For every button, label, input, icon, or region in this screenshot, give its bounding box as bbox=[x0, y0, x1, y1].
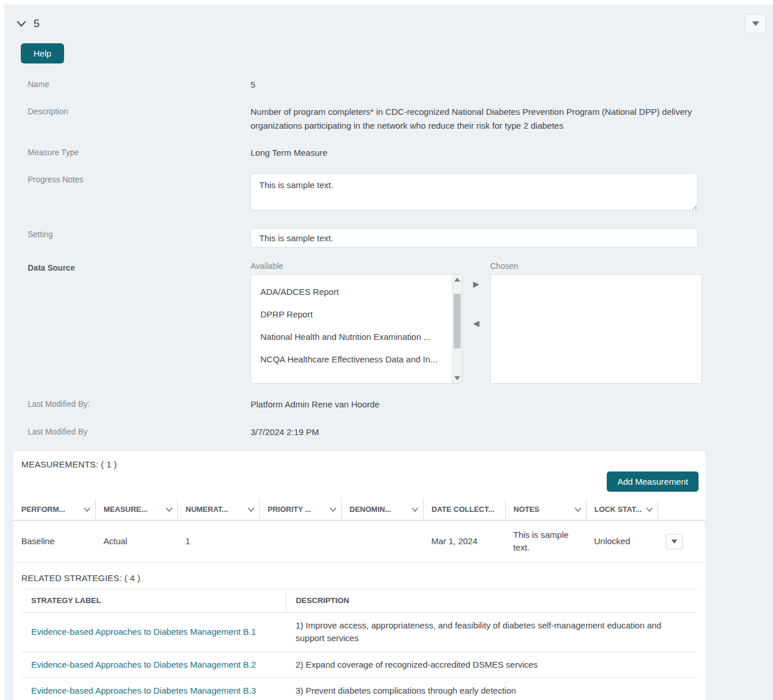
data-source-duallist: Available ADA/ADCES Report DPRP Report N… bbox=[251, 261, 702, 384]
col-strategy-label: STRATEGY LABEL bbox=[21, 589, 286, 612]
move-right-icon[interactable]: ▶ bbox=[471, 278, 482, 290]
col-measure[interactable]: MEASURE... bbox=[95, 499, 177, 521]
available-column: Available ADA/ADCES Report DPRP Report N… bbox=[251, 261, 462, 384]
related-strategies-table: STRATEGY LABEL DESCRIPTION Evidence-base… bbox=[21, 589, 697, 700]
cell-performance: Baseline bbox=[13, 521, 95, 563]
col-numerator[interactable]: NUMERAT... bbox=[177, 499, 259, 521]
measurements-table: PERFORM... MEASURE... NUMERAT... PRIORIT… bbox=[13, 499, 705, 563]
strategies-header-row: STRATEGY LABEL DESCRIPTION bbox=[21, 589, 697, 612]
description-value: Number of program completers* in CDC-rec… bbox=[251, 105, 698, 132]
strategy-link[interactable]: Evidence-based Approaches to Diabetes Ma… bbox=[31, 686, 256, 695]
chevron-down-icon[interactable] bbox=[574, 505, 581, 514]
col-denominator[interactable]: DENOMIN... bbox=[341, 499, 423, 521]
form-row-last-modified-date: Last Modified By 3/7/2024 2:19 PM bbox=[5, 425, 773, 439]
strategy-row: Evidence-based Approaches to Diabetes Ma… bbox=[21, 652, 697, 678]
cell-numerator: 1 bbox=[177, 521, 259, 563]
collapse-chevron-icon[interactable] bbox=[16, 20, 27, 27]
setting-input[interactable] bbox=[251, 228, 698, 248]
strategy-description: 2) Expand coverage of recognized-accredi… bbox=[286, 652, 697, 678]
available-option[interactable]: NCQA Healthcare Effectiveness Data and I… bbox=[251, 348, 462, 370]
cell-lock-status: Unlocked bbox=[586, 521, 658, 563]
cell-date-collected: Mar 1, 2024 bbox=[423, 521, 505, 563]
form-row-setting: Setting bbox=[5, 228, 773, 248]
scroll-down-icon[interactable] bbox=[453, 373, 462, 383]
col-priority[interactable]: PRIORITY ... bbox=[259, 499, 341, 521]
progress-notes-label: Progress Notes bbox=[28, 173, 251, 214]
form-row-data-source: Data Source Available ADA/ADCES Report D… bbox=[5, 261, 773, 384]
measurements-section-title: MEASUREMENTS: ( 1 ) bbox=[13, 451, 705, 469]
description-label: Description bbox=[28, 105, 251, 132]
last-modified-by-label: Last Modified By: bbox=[28, 398, 251, 411]
page-header: 5 bbox=[5, 5, 773, 33]
available-scrollbar[interactable] bbox=[452, 275, 462, 383]
page-title: 5 bbox=[33, 17, 40, 30]
measure-form: Name 5 Description Number of program com… bbox=[5, 78, 773, 439]
chosen-column: Chosen bbox=[490, 261, 702, 384]
strategy-description: 1) Improve access, appropriateness, and … bbox=[286, 612, 697, 652]
cell-measure: Actual bbox=[95, 521, 177, 563]
strategy-description: 3) Prevent diabetes complications throug… bbox=[286, 678, 697, 700]
header-actions-dropdown-button[interactable] bbox=[745, 14, 766, 33]
measurement-row: Baseline Actual 1 Mar 1, 2024 This is sa… bbox=[13, 521, 705, 563]
add-measurement-button[interactable]: Add Measurement bbox=[607, 471, 699, 492]
col-actions bbox=[658, 499, 705, 521]
measurements-panel: MEASUREMENTS: ( 1 ) Add Measurement PERF… bbox=[13, 451, 706, 700]
last-modified-date-value: 3/7/2024 2:19 PM bbox=[251, 425, 698, 439]
chevron-down-icon[interactable] bbox=[84, 505, 91, 514]
strategy-link[interactable]: Evidence-based Approaches to Diabetes Ma… bbox=[31, 660, 256, 669]
move-arrows: ▶ ◀ bbox=[462, 261, 490, 384]
col-lock-status[interactable]: LOCK STAT... bbox=[586, 499, 658, 521]
available-option[interactable]: ADA/ADCES Report bbox=[251, 280, 462, 303]
chevron-down-icon[interactable] bbox=[166, 505, 173, 514]
name-label: Name bbox=[28, 78, 251, 91]
col-notes[interactable]: NOTES bbox=[505, 499, 586, 521]
last-modified-by-value: Platform Admin Rene van Hoorde bbox=[251, 398, 698, 411]
measure-detail-page: 5 Help Name 5 Description Number of prog… bbox=[5, 5, 773, 700]
chevron-down-icon[interactable] bbox=[330, 505, 337, 514]
form-row-progress-notes: Progress Notes This is sample text. bbox=[5, 173, 773, 214]
strategy-link[interactable]: Evidence-based Approaches to Diabetes Ma… bbox=[31, 627, 256, 637]
caret-down-icon bbox=[752, 21, 759, 26]
available-option[interactable]: National Health and Nutrition Examinatio… bbox=[251, 325, 462, 348]
form-row-last-modified-by: Last Modified By: Platform Admin Rene va… bbox=[5, 398, 773, 411]
measurements-header-row: PERFORM... MEASURE... NUMERAT... PRIORIT… bbox=[13, 499, 705, 521]
chosen-label: Chosen bbox=[490, 261, 702, 271]
cell-notes: This is sample text. bbox=[505, 521, 586, 563]
add-measurement-row: Add Measurement bbox=[13, 471, 705, 492]
col-performance[interactable]: PERFORM... bbox=[13, 499, 95, 521]
chevron-down-icon[interactable] bbox=[412, 505, 419, 514]
scrollbar-thumb[interactable] bbox=[454, 294, 461, 349]
available-listbox[interactable]: ADA/ADCES Report DPRP Report National He… bbox=[251, 274, 462, 384]
chevron-down-icon[interactable] bbox=[646, 505, 653, 514]
setting-label: Setting bbox=[28, 228, 251, 248]
available-options: ADA/ADCES Report DPRP Report National He… bbox=[251, 275, 462, 376]
strategy-row: Evidence-based Approaches to Diabetes Ma… bbox=[21, 678, 697, 700]
available-label: Available bbox=[251, 261, 462, 271]
form-row-measure-type: Measure Type Long Term Measure bbox=[5, 146, 773, 159]
measure-type-label: Measure Type bbox=[28, 146, 251, 159]
help-button[interactable]: Help bbox=[21, 43, 64, 63]
name-value: 5 bbox=[251, 78, 698, 91]
col-description: DESCRIPTION bbox=[286, 589, 697, 612]
related-strategies-table-wrap: STRATEGY LABEL DESCRIPTION Evidence-base… bbox=[21, 589, 697, 700]
caret-down-icon bbox=[671, 540, 677, 544]
col-date-collected[interactable]: DATE COLLECT... bbox=[423, 499, 505, 521]
cell-actions bbox=[658, 521, 705, 563]
chevron-down-icon[interactable] bbox=[248, 505, 255, 514]
available-option[interactable]: DPRP Report bbox=[251, 303, 462, 325]
data-source-label: Data Source bbox=[28, 261, 251, 384]
strategy-row: Evidence-based Approaches to Diabetes Ma… bbox=[21, 612, 697, 652]
form-row-name: Name 5 bbox=[5, 78, 773, 91]
move-left-icon[interactable]: ◀ bbox=[471, 317, 482, 330]
chosen-listbox[interactable] bbox=[490, 274, 702, 384]
last-modified-date-label: Last Modified By bbox=[28, 425, 251, 439]
form-row-description: Description Number of program completers… bbox=[5, 105, 773, 132]
row-actions-dropdown-button[interactable] bbox=[666, 534, 683, 549]
progress-notes-textarea[interactable]: This is sample text. bbox=[251, 173, 698, 211]
cell-denominator bbox=[341, 521, 423, 563]
measure-type-value: Long Term Measure bbox=[251, 146, 698, 159]
related-strategies-section-title: RELATED STRATEGIES: ( 4 ) bbox=[13, 563, 705, 583]
scroll-up-icon[interactable] bbox=[453, 275, 462, 285]
cell-priority bbox=[259, 521, 341, 563]
